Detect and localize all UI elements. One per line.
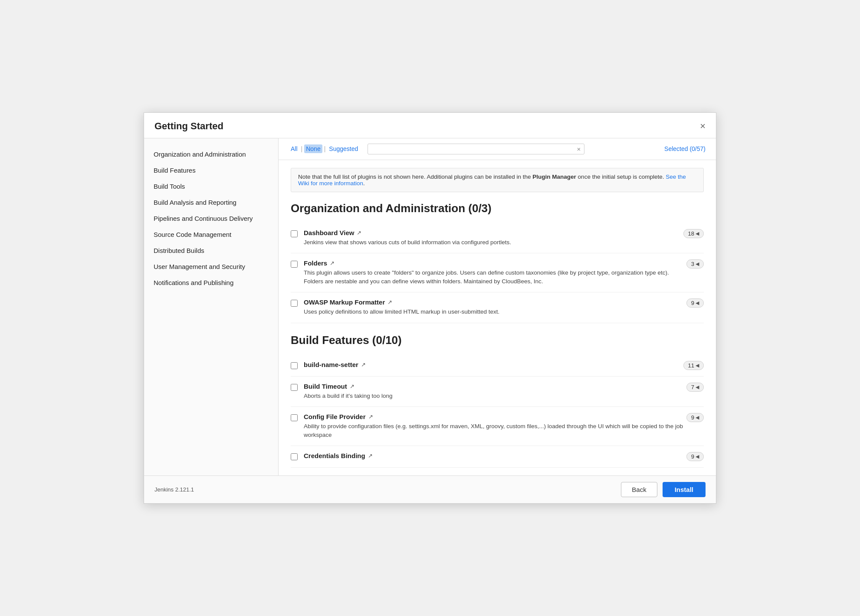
plugin-info-config-file-provider: Config File Provider ↗ Ability to provid… [304,413,686,440]
plugin-badge-owasp: 9 ◀ [686,298,704,308]
close-button[interactable]: × [700,121,706,131]
dialog-footer: Jenkins 2.121.1 Back Install [144,475,716,503]
plugin-checkbox-dashboard-view[interactable] [291,230,298,237]
section-title-build-features: Build Features (0/10) [291,334,704,347]
plugin-checkbox-owasp[interactable] [291,300,298,307]
tab-all[interactable]: All [289,144,299,153]
plugin-item-credentials-binding: Credentials Binding ↗ 9 ◀ [291,446,704,468]
plugin-name-build-timeout: Build Timeout [304,383,347,390]
plugin-name-dashboard-view: Dashboard View [304,229,354,236]
main-content: Note that the full list of plugins is no… [279,160,716,476]
search-wrap: × [368,144,584,154]
plugin-desc-build-timeout: Aborts a build if it's taking too long [304,392,686,400]
section-title-org-admin: Organization and Administration (0/3) [291,202,704,215]
plugin-desc-dashboard-view: Jenkins view that shows various cuts of … [304,238,683,247]
sidebar-item-user-mgmt[interactable]: User Management and Security [144,259,278,275]
plugin-badge-credentials-binding: 9 ◀ [686,452,704,461]
plugin-checkbox-build-name-setter[interactable] [291,362,298,369]
plugin-info-dashboard-view: Dashboard View ↗ Jenkins view that shows… [304,229,683,247]
footer-buttons: Back Install [621,482,706,497]
tab-suggested[interactable]: Suggested [327,144,360,153]
plugin-badge-folders: 3 ◀ [686,259,704,269]
plugin-link-credentials-binding[interactable]: ↗ [368,452,373,459]
install-button[interactable]: Install [663,482,706,497]
notice-text-before: Note that the full list of plugins is no… [298,174,532,180]
search-clear-button[interactable]: × [577,145,581,153]
plugin-desc-folders: This plugin allows users to create "fold… [304,269,686,286]
plugin-item-folders: Folders ↗ This plugin allows users to cr… [291,253,704,293]
plugin-info-owasp: OWASP Markup Formatter ↗ Uses policy def… [304,298,686,316]
footer-version: Jenkins 2.121.1 [154,486,194,493]
sidebar-item-org-admin[interactable]: Organization and Administration [144,146,278,162]
sidebar-item-build-tools[interactable]: Build Tools [144,178,278,194]
plugin-badge-dashboard-view: 18 ◀ [683,229,704,238]
sidebar: Organization and Administration Build Fe… [144,138,279,476]
dialog-title: Getting Started [154,121,223,132]
plugin-link-dashboard-view[interactable]: ↗ [357,229,361,236]
notice-text-after: . [363,180,365,187]
notice-text-middle: once the initial setup is complete. [576,174,666,180]
search-input[interactable] [371,145,577,152]
plugin-link-build-name-setter[interactable]: ↗ [361,361,366,368]
plugin-link-folders[interactable]: ↗ [330,260,335,266]
plugin-link-build-timeout[interactable]: ↗ [350,383,355,390]
plugin-badge-config-file-provider: 9 ◀ [686,413,704,422]
sidebar-item-pipelines[interactable]: Pipelines and Continuous Delivery [144,210,278,226]
plugin-desc-config-file-provider: Ability to provide configuration files (… [304,422,686,440]
main-panel: All | None | Suggested × Selected (0/57)… [279,138,716,476]
plugin-checkbox-credentials-binding[interactable] [291,453,298,460]
plugin-name-credentials-binding: Credentials Binding [304,452,365,459]
selected-label: Selected (0/57) [664,145,706,152]
plugin-item-owasp: OWASP Markup Formatter ↗ Uses policy def… [291,292,704,323]
back-button[interactable]: Back [621,482,657,497]
plugin-info-credentials-binding: Credentials Binding ↗ [304,452,686,461]
plugin-manager-link: Plugin Manager [532,174,576,180]
dialog-header: Getting Started × [144,113,716,138]
plugin-checkbox-config-file-provider[interactable] [291,414,298,421]
plugin-desc-owasp: Uses policy definitions to allow limited… [304,308,686,316]
tab-group: All | None | Suggested [289,144,360,153]
main-toolbar: All | None | Suggested × Selected (0/57) [279,138,716,160]
plugin-name-build-name-setter: build-name-setter [304,361,358,368]
dialog-body: Organization and Administration Build Fe… [144,138,716,476]
plugin-checkbox-build-timeout[interactable] [291,384,298,391]
sidebar-item-source-code[interactable]: Source Code Management [144,226,278,242]
sidebar-item-distributed[interactable]: Distributed Builds [144,242,278,259]
plugin-info-build-timeout: Build Timeout ↗ Aborts a build if it's t… [304,383,686,400]
sidebar-item-notifications[interactable]: Notifications and Publishing [144,275,278,291]
plugin-info-folders: Folders ↗ This plugin allows users to cr… [304,259,686,286]
plugin-checkbox-folders[interactable] [291,261,298,268]
plugin-link-owasp[interactable]: ↗ [387,299,392,305]
plugin-name-owasp: OWASP Markup Formatter [304,298,385,306]
plugin-badge-build-timeout: 7 ◀ [686,383,704,392]
plugin-item-build-timeout: Build Timeout ↗ Aborts a build if it's t… [291,377,704,407]
getting-started-dialog: Getting Started × Organization and Admin… [144,112,716,504]
plugin-name-folders: Folders [304,259,327,267]
plugin-name-config-file-provider: Config File Provider [304,413,366,420]
sidebar-item-build-features[interactable]: Build Features [144,162,278,178]
plugin-item-build-name-setter: build-name-setter ↗ 11 ◀ [291,355,704,377]
notice-banner: Note that the full list of plugins is no… [291,168,704,192]
plugin-badge-build-name-setter: 11 ◀ [683,361,704,370]
plugin-item-dashboard-view: Dashboard View ↗ Jenkins view that shows… [291,223,704,253]
plugin-item-config-file-provider: Config File Provider ↗ Ability to provid… [291,407,704,446]
tab-none[interactable]: None [304,144,322,153]
plugin-link-config-file-provider[interactable]: ↗ [368,413,373,420]
sidebar-item-build-analysis[interactable]: Build Analysis and Reporting [144,194,278,210]
plugin-info-build-name-setter: build-name-setter ↗ [304,361,683,370]
